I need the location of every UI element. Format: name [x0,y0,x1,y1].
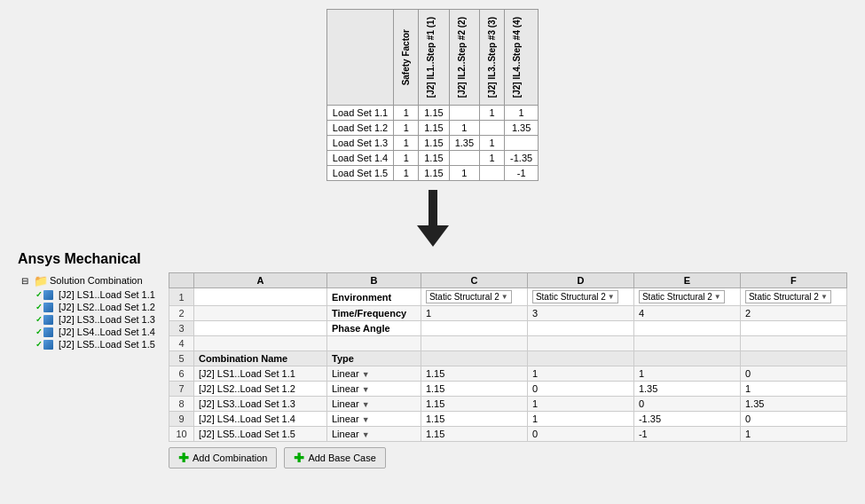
cell-10c[interactable]: 1.15 [421,427,527,442]
buttons-row: ✚ Add Combination ✚ Add Base Case [169,447,847,469]
row-label: Load Set 1.1 [326,106,393,121]
row-num-9: 9 [169,412,194,427]
cell-1a [194,288,327,306]
cell-8e[interactable]: 0 [633,397,740,412]
cell-4b [327,336,421,351]
cell-3d[interactable] [527,321,633,336]
tree-item-ls1[interactable]: ✓ [J2] LS1..Load Set 1.1 [18,288,160,301]
cell-6e[interactable]: 1 [633,366,740,382]
cell-9f[interactable]: 0 [740,412,846,427]
add-base-case-label: Add Base Case [308,453,375,463]
cell: 1.35 [449,136,479,151]
dropdown-arrow-6b[interactable]: ▼ [362,370,370,379]
cell-9c[interactable]: 1.15 [421,412,527,427]
cell-2d[interactable]: 3 [527,306,633,321]
env-select-d[interactable]: Static Structural 2 ▼ [532,290,618,303]
cell: 1 [394,151,419,166]
table-row-5: 5 Combination Name Type [169,351,847,366]
cell [505,136,539,151]
row-label: Load Set 1.3 [326,136,393,151]
col-header-il4: [J2] IL4..Step #4 (4) [510,12,523,103]
cell-3f[interactable] [740,321,846,336]
cell-4a [194,336,327,351]
cell-6d[interactable]: 1 [527,366,633,382]
row-num-2: 2 [169,306,194,321]
col-header-d: D [527,273,633,288]
cell-10d[interactable]: 0 [527,427,633,442]
check-icon: ✓ [35,303,43,311]
cell: 1.15 [419,136,449,151]
cell-2e[interactable]: 4 [633,306,740,321]
add-combination-button[interactable]: ✚ Add Combination [169,447,277,469]
cell-7b: Linear ▼ [327,382,421,397]
table-row: Load Set 1.1 1 1.15 1 1 [326,106,538,121]
cell: 1 [480,136,505,151]
row-num-4: 4 [169,336,194,351]
cell-7c[interactable]: 1.15 [421,382,527,397]
row-label: Load Set 1.2 [326,121,393,136]
cell-6a: [J2] LS1..Load Set 1.1 [194,366,327,382]
cell-8a: [J2] LS3..Load Set 1.3 [194,397,327,412]
cell-4c [421,336,527,351]
cell-3c[interactable] [421,321,527,336]
cell: 1 [505,106,539,121]
dropdown-arrow-7b[interactable]: ▼ [362,385,370,394]
cell [480,121,505,136]
cube-icon [43,340,53,350]
cell-10e[interactable]: -1 [633,427,740,442]
dropdown-arrow-8b[interactable]: ▼ [362,400,370,409]
env-select-c[interactable]: Static Structural 2 ▼ [426,290,512,303]
env-select-f[interactable]: Static Structural 2 ▼ [745,290,831,303]
dropdown-arrow-9b[interactable]: ▼ [362,415,370,424]
expand-icon: ⊟ [18,273,32,287]
cell-7e[interactable]: 1.35 [633,382,740,397]
cell: -1 [505,166,539,181]
col-header-b: B [327,273,421,288]
env-select-e[interactable]: Static Structural 2 ▼ [639,290,725,303]
dropdown-arrow-10b[interactable]: ▼ [362,430,370,439]
cell-1f: Static Structural 2 ▼ [740,288,846,306]
tree-item-ls4[interactable]: ✓ [J2] LS4..Load Set 1.4 [18,326,160,338]
cell-8c[interactable]: 1.15 [421,397,527,412]
table-row-9: 9 [J2] LS4..Load Set 1.4 Linear ▼ 1.15 1… [169,412,847,427]
table-row: Load Set 1.4 1 1.15 1 -1.35 [326,151,538,166]
dropdown-arrow-e: ▼ [714,293,721,301]
cell-9d[interactable]: 1 [527,412,633,427]
cell-7d[interactable]: 0 [527,382,633,397]
cell-2f[interactable]: 2 [740,306,846,321]
cell-3e[interactable] [633,321,740,336]
col-header-a: A [194,273,327,288]
cell-9b: Linear ▼ [327,412,421,427]
tree-item-ls3[interactable]: ✓ [J2] LS3..Load Set 1.3 [18,313,160,326]
plus-icon-base-case: ✚ [294,452,304,464]
arrow-section [18,190,847,247]
main-container: Safety Factor [J2] IL1..Step #1 (1) [J2]… [0,0,865,477]
folder-icon: 📁 [34,273,48,287]
tree-item-ls5[interactable]: ✓ [J2] LS5..Load Set 1.5 [18,338,160,350]
table-row-4: 4 [169,336,847,351]
cell: 1 [449,121,479,136]
cell-8f[interactable]: 1.35 [740,397,846,412]
cell-8d[interactable]: 1 [527,397,633,412]
tree-item-ls2[interactable]: ✓ [J2] LS2..Load Set 1.2 [18,301,160,313]
col-header-row: A B C D E F [169,273,847,288]
table-row-2: 2 Time/Frequency 1 3 4 2 [169,306,847,321]
main-table: A B C D E F 1 Environment [169,272,847,442]
row-num-5: 5 [169,351,194,366]
cell-6c[interactable]: 1.15 [421,366,527,382]
col-header-c: C [421,273,527,288]
cell-2c[interactable]: 1 [421,306,527,321]
cell-7f[interactable]: 1 [740,382,846,397]
cell: 1 [480,106,505,121]
cell-6f[interactable]: 0 [740,366,846,382]
cell-9e[interactable]: -1.35 [633,412,740,427]
cell: 1 [394,106,419,121]
col-header-e: E [633,273,740,288]
add-base-case-button[interactable]: ✚ Add Base Case [284,447,385,469]
tree-root[interactable]: ⊟ 📁 Solution Combination [18,272,160,288]
row-label: Load Set 1.5 [326,166,393,181]
cell-2a [194,306,327,321]
table-row-7: 7 [J2] LS2..Load Set 1.2 Linear ▼ 1.15 0… [169,382,847,397]
cell-10f[interactable]: 1 [740,427,846,442]
cell: 1.15 [419,151,449,166]
